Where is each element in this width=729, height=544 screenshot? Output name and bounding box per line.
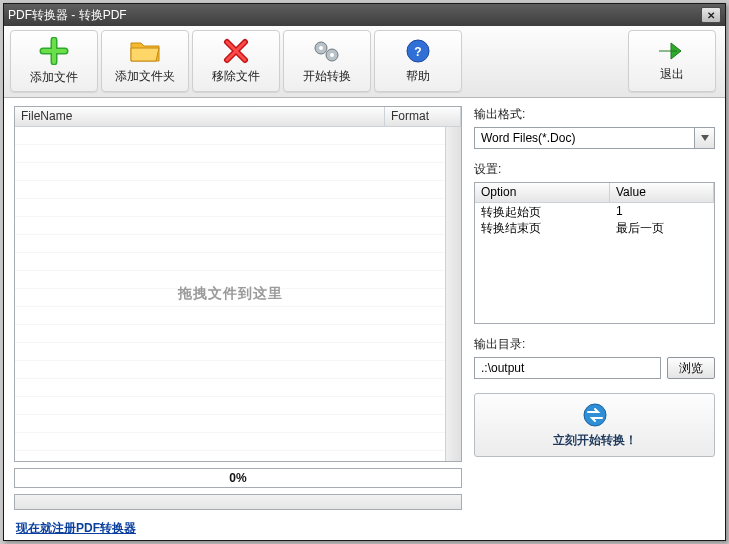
exit-arrow-icon (657, 40, 687, 62)
right-panel: 输出格式: 设置: Option Value 转换起始页 1 转换结束页 (474, 106, 715, 510)
exit-label: 退出 (660, 66, 684, 83)
output-dir-input[interactable] (474, 357, 661, 379)
opt-name: 转换结束页 (475, 219, 610, 235)
plus-icon (39, 37, 69, 65)
svg-point-6 (584, 404, 606, 426)
col-filename[interactable]: FileName (15, 107, 385, 126)
convert-icon (580, 402, 610, 428)
folder-icon (129, 38, 161, 64)
file-list[interactable]: FileName Format 拖拽文件到这里 (14, 106, 462, 462)
add-file-label: 添加文件 (30, 69, 78, 86)
help-button[interactable]: ? 帮助 (374, 30, 462, 92)
settings-table[interactable]: Option Value 转换起始页 1 转换结束页 最后一页 (474, 182, 715, 324)
drop-placeholder: 拖拽文件到这里 (178, 285, 283, 303)
progress-bar: 0% (14, 468, 462, 488)
gears-icon (312, 38, 342, 64)
output-format-label: 输出格式: (474, 106, 715, 123)
output-format-combo[interactable] (474, 127, 715, 149)
add-file-button[interactable]: 添加文件 (10, 30, 98, 92)
start-label: 开始转换 (303, 68, 351, 85)
start-now-label: 立刻开始转换！ (553, 432, 637, 449)
app-window: PDF转换器 - 转换PDF ✕ 添加文件 添加文件夹 移除文件 开始转换 ? … (3, 3, 726, 541)
vertical-scrollbar[interactable] (445, 127, 461, 461)
col-value[interactable]: Value (610, 183, 714, 202)
help-icon: ? (405, 38, 431, 64)
settings-header: Option Value (475, 183, 714, 203)
exit-button[interactable]: 退出 (628, 30, 716, 92)
svg-point-3 (330, 53, 334, 57)
close-button[interactable]: ✕ (701, 7, 721, 23)
chevron-down-icon (701, 135, 709, 141)
col-option[interactable]: Option (475, 183, 610, 202)
left-panel: FileName Format 拖拽文件到这里 0% (14, 106, 462, 510)
window-title: PDF转换器 - 转换PDF (8, 7, 701, 24)
opt-value[interactable]: 1 (610, 203, 714, 219)
opt-value[interactable]: 最后一页 (610, 219, 714, 235)
col-format[interactable]: Format (385, 107, 461, 126)
settings-label: 设置: (474, 161, 715, 178)
svg-text:?: ? (414, 45, 421, 59)
file-list-body[interactable]: 拖拽文件到这里 (15, 127, 445, 461)
settings-row[interactable]: 转换起始页 1 (475, 203, 714, 219)
output-dir-row: 浏览 (474, 357, 715, 379)
help-label: 帮助 (406, 68, 430, 85)
file-list-header: FileName Format (15, 107, 461, 127)
content-area: FileName Format 拖拽文件到这里 0% 输出格式: (4, 98, 725, 516)
browse-button[interactable]: 浏览 (667, 357, 715, 379)
remove-button[interactable]: 移除文件 (192, 30, 280, 92)
output-dir-label: 输出目录: (474, 336, 715, 353)
delete-icon (223, 38, 249, 64)
remove-label: 移除文件 (212, 68, 260, 85)
output-format-dropdown[interactable] (695, 127, 715, 149)
start-convert-button[interactable]: 开始转换 (283, 30, 371, 92)
titlebar: PDF转换器 - 转换PDF ✕ (4, 4, 725, 26)
toolbar: 添加文件 添加文件夹 移除文件 开始转换 ? 帮助 退出 (4, 26, 725, 98)
output-format-input[interactable] (474, 127, 695, 149)
add-folder-label: 添加文件夹 (115, 68, 175, 85)
progress-text: 0% (229, 471, 246, 485)
horizontal-scrollbar[interactable] (14, 494, 462, 510)
start-now-button[interactable]: 立刻开始转换！ (474, 393, 715, 457)
register-link[interactable]: 现在就注册PDF转换器 (16, 521, 136, 535)
svg-point-1 (319, 46, 323, 50)
footer: 现在就注册PDF转换器 (4, 516, 725, 544)
settings-row[interactable]: 转换结束页 最后一页 (475, 219, 714, 235)
add-folder-button[interactable]: 添加文件夹 (101, 30, 189, 92)
opt-name: 转换起始页 (475, 203, 610, 219)
